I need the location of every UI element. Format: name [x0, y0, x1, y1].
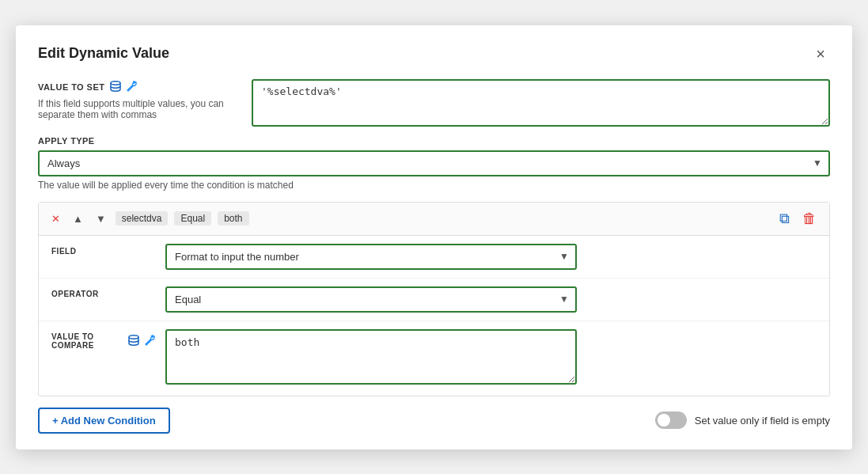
field-select-wrapper: Format to input the number ▼ [165, 244, 577, 270]
condition-copy-button[interactable]: ⧉ [776, 209, 793, 229]
footer-right: Set value only if field is empty [655, 411, 830, 429]
svg-point-0 [111, 81, 120, 84]
apply-type-select-wrapper: Always Once Conditional ▼ [38, 150, 830, 176]
condition-operator-row: OPERATOR Equal Not Equal Contains Greate… [39, 279, 829, 321]
compare-wrench-icon[interactable] [145, 335, 156, 347]
condition-remove-button[interactable]: ✕ [48, 212, 63, 226]
value-to-set-left: VALUE TO SET If this field supports m [38, 79, 252, 133]
value-compare-input[interactable]: both [165, 329, 577, 385]
field-select[interactable]: Format to input the number [165, 244, 577, 270]
compare-database-icon[interactable] [127, 335, 140, 347]
condition-tag-field: selectdva [116, 211, 169, 226]
field-label: FIELD [39, 236, 165, 267]
condition-down-button[interactable]: ▼ [93, 212, 109, 226]
operator-select[interactable]: Equal Not Equal Contains Greater Than Le… [165, 286, 577, 313]
condition-header: ✕ ▲ ▼ selectdva Equal both ⧉ 🗑 [39, 203, 829, 236]
modal-header: Edit Dynamic Value × [38, 44, 830, 63]
toggle-label: Set value only if field is empty [695, 415, 830, 427]
operator-label: OPERATOR [39, 279, 165, 309]
footer: + Add New Condition Set value only if fi… [38, 408, 830, 434]
svg-point-1 [129, 335, 138, 338]
condition-tag-value: both [218, 211, 248, 226]
condition-value-compare-row: VALUE TO COMPARE [39, 321, 829, 396]
condition-block: ✕ ▲ ▼ selectdva Equal both ⧉ 🗑 FIELD For… [38, 202, 830, 396]
condition-tag-operator: Equal [174, 211, 211, 226]
value-to-set-section: VALUE TO SET If this field supports m [38, 79, 830, 133]
database-icon[interactable] [109, 81, 122, 93]
value-compare-content: both [165, 321, 829, 396]
value-to-set-input[interactable]: '%selectdva%' [252, 79, 830, 127]
apply-type-select[interactable]: Always Once Conditional [38, 150, 830, 176]
condition-field-row: FIELD Format to input the number ▼ [39, 236, 829, 279]
operator-content: Equal Not Equal Contains Greater Than Le… [165, 279, 829, 320]
apply-type-label: APPLY TYPE [38, 136, 830, 146]
close-button[interactable]: × [811, 44, 830, 63]
modal-title: Edit Dynamic Value [38, 45, 169, 62]
value-to-set-label: VALUE TO SET [38, 81, 252, 93]
wrench-icon[interactable] [127, 81, 138, 93]
apply-type-section: APPLY TYPE Always Once Conditional ▼ The… [38, 136, 830, 191]
value-compare-label: VALUE TO COMPARE [39, 321, 165, 361]
condition-up-button[interactable]: ▲ [70, 212, 86, 226]
toggle-slider [655, 411, 687, 429]
value-to-set-right: '%selectdva%' [252, 79, 830, 130]
condition-delete-button[interactable]: 🗑 [799, 209, 820, 229]
edit-dynamic-value-modal: Edit Dynamic Value × VALUE TO SET [16, 25, 852, 449]
toggle-switch[interactable] [655, 411, 687, 429]
value-to-set-hint: If this field supports multiple values, … [38, 98, 252, 120]
field-content: Format to input the number ▼ [165, 236, 829, 278]
apply-type-hint: The value will be applied every time the… [38, 180, 830, 191]
condition-body: FIELD Format to input the number ▼ OPERA… [39, 236, 829, 396]
operator-select-wrapper: Equal Not Equal Contains Greater Than Le… [165, 286, 577, 313]
add-condition-button[interactable]: + Add New Condition [38, 408, 170, 434]
